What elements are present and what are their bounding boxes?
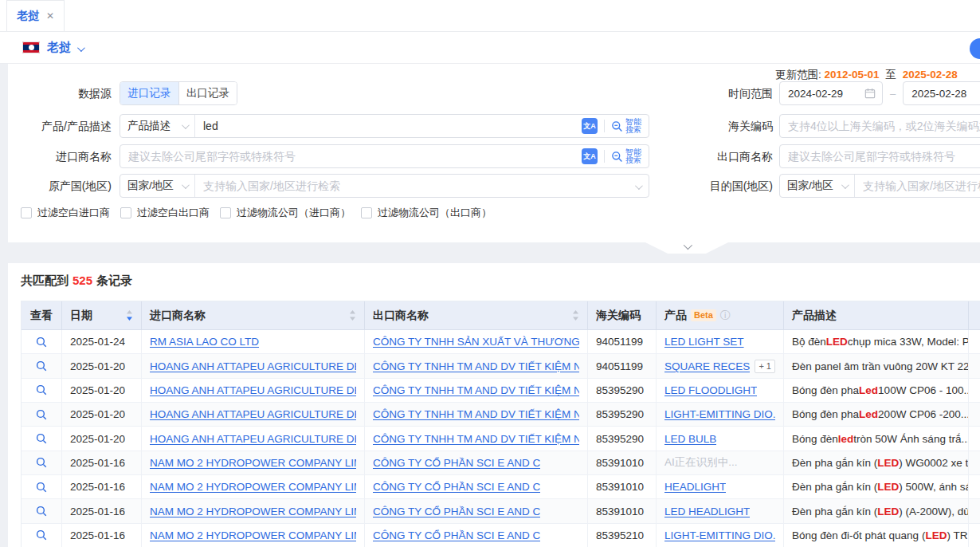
view-record-button[interactable]: [22, 499, 62, 523]
sort-icons-active-desc[interactable]: [126, 309, 133, 321]
start-date-input[interactable]: [780, 88, 864, 100]
product-link[interactable]: LIGHT-EMITTING DIO...: [664, 529, 775, 541]
translate-icon[interactable]: 文A: [582, 148, 598, 164]
view-record-button[interactable]: [22, 427, 62, 451]
chevron-down-icon[interactable]: [77, 41, 83, 55]
importer-name-link[interactable]: NAM MO 2 HYDROPOWER COMPANY LIMI...: [150, 529, 356, 541]
extra-cell: [969, 354, 980, 378]
view-record-button[interactable]: [22, 403, 62, 427]
close-tab-icon[interactable]: ✕: [46, 10, 54, 22]
exporter-name-field: [779, 144, 980, 168]
exporter-cell: CÔNG TY TNHH TM AND DV TIẾT KIỆM NĂ...: [365, 403, 588, 427]
import-records-tab[interactable]: 进口记录: [120, 82, 178, 104]
importer-name-link[interactable]: NAM MO 2 HYDROPOWER COMPANY LIMI...: [150, 506, 356, 517]
view-record-button[interactable]: [22, 524, 62, 547]
sort-icons[interactable]: [349, 309, 356, 321]
keyword-highlight: LED: [877, 506, 899, 517]
collapse-filters-button[interactable]: [645, 242, 728, 254]
exporter-cell: CÔNG TY CỔ PHẦN SCI E AND C: [365, 524, 588, 547]
exporter-cell: CÔNG TY CỔ PHẦN SCI E AND C: [365, 475, 588, 499]
exporter-label: 出口商名称: [661, 144, 773, 168]
view-record-button[interactable]: [22, 330, 62, 354]
checkbox-icon[interactable]: [21, 207, 32, 218]
importer-name-link[interactable]: HOANG ANH ATTAPEU AGRICULTURE DEVE...: [150, 408, 356, 420]
search-icon: [611, 151, 623, 163]
exporter-name-link[interactable]: CÔNG TY CỔ PHẦN SCI E AND C: [373, 506, 540, 517]
description-text: Bóng đèn: [792, 433, 838, 445]
importer-cell: NAM MO 2 HYDROPOWER COMPANY LIMI...: [142, 499, 365, 523]
record-count: 525: [73, 274, 92, 287]
chevron-down-icon: [182, 121, 190, 129]
exporter-name-link[interactable]: CÔNG TY TNHH SẢN XUẤT VÀ THƯƠNG M...: [373, 336, 579, 348]
info-icon[interactable]: ⓘ: [720, 309, 731, 323]
keyword-highlight: Led: [859, 408, 878, 420]
checkbox-logistics-exporter[interactable]: 过滤物流公司（出口商）: [361, 206, 492, 220]
exporter-name-link[interactable]: CÔNG TY TNHH TM AND DV TIẾT KIỆM NĂ...: [373, 433, 579, 445]
smart-search-button[interactable]: 智能搜索: [611, 118, 641, 134]
product-label: 产品/产品描述: [8, 114, 112, 138]
checkbox-logistics-importer[interactable]: 过滤物流公司（进口商）: [220, 206, 351, 220]
product-link[interactable]: SQUARE RECESS...: [664, 360, 750, 372]
product-search-input[interactable]: [195, 120, 582, 132]
more-products-badge[interactable]: + 1: [755, 360, 775, 373]
hs-code-input[interactable]: [780, 120, 980, 132]
product-link[interactable]: LED BULB: [664, 433, 716, 445]
product-field-type-select[interactable]: 产品描述: [120, 115, 195, 137]
importer-name-link[interactable]: RM ASIA LAO CO LTD: [150, 336, 259, 348]
product-link[interactable]: LIGHT-EMITTING DIO...: [664, 408, 775, 420]
sort-icons[interactable]: [572, 309, 579, 321]
importer-name-link[interactable]: NAM MO 2 HYDROPOWER COMPANY LIMI...: [150, 481, 356, 493]
exporter-name-input[interactable]: [780, 150, 980, 163]
exporter-name-link[interactable]: CÔNG TY TNHH TM AND DV TIẾT KIỆM NĂ...: [373, 384, 579, 396]
checkbox-blank-importer[interactable]: 过滤空白进口商: [21, 206, 110, 220]
destination-country-select[interactable]: 国家/地区: [780, 175, 855, 197]
view-record-button[interactable]: [22, 475, 62, 499]
country-header-bar: 老挝: [0, 32, 980, 64]
product-link[interactable]: HEADLIGHT: [664, 481, 726, 493]
description-text: Bóng đèn pha: [792, 408, 859, 420]
importer-name-link[interactable]: HOANG ANH ATTAPEU AGRICULTURE DEVE...: [150, 433, 356, 445]
view-record-button[interactable]: [22, 451, 62, 475]
ai-recognizing-text: AI正在识别中...: [664, 455, 738, 470]
exporter-cell: CÔNG TY TNHH TM AND DV TIẾT KIỆM NĂ...: [365, 379, 588, 403]
exporter-name-link[interactable]: CÔNG TY CỔ PHẦN SCI E AND C: [373, 529, 540, 541]
exporter-name-link[interactable]: CÔNG TY CỔ PHẦN SCI E AND C: [373, 481, 540, 493]
checkbox-icon[interactable]: [361, 207, 372, 218]
product-link[interactable]: LED FLOODLIGHT: [664, 384, 757, 396]
smart-search-button[interactable]: 智能搜索: [611, 148, 641, 164]
exporter-name-link[interactable]: CÔNG TY CỔ PHẦN SCI E AND C: [373, 457, 540, 469]
destination-country-group: 国家/地区: [779, 174, 980, 198]
end-date-picker[interactable]: [903, 81, 980, 105]
table-header: 查看 日期 进口商名称 出口商名称 海关编码 产品Betaⓘ 产品描述: [22, 301, 980, 330]
export-records-tab[interactable]: 出口记录: [178, 82, 237, 104]
description-text: Đèn panel âm trần vuông 20W KT 22...: [792, 360, 969, 372]
exporter-name-link[interactable]: CÔNG TY TNHH TM AND DV TIẾT KIỆM NĂ...: [373, 360, 579, 372]
product-link[interactable]: LED HEADLIGHT: [664, 506, 750, 517]
exporter-name-link[interactable]: CÔNG TY TNHH TM AND DV TIẾT KIỆM NĂ...: [373, 408, 579, 420]
importer-name-input[interactable]: [120, 150, 582, 163]
checkbox-icon[interactable]: [220, 207, 231, 218]
checkbox-blank-exporter[interactable]: 过滤空白出口商: [120, 206, 210, 220]
view-record-button[interactable]: [22, 379, 62, 403]
importer-name-link[interactable]: HOANG ANH ATTAPEU AGRICULTURE DEVE...: [150, 384, 356, 396]
destination-country-input[interactable]: [855, 179, 980, 192]
importer-name-link[interactable]: HOANG ANH ATTAPEU AGRICULTURE DEVE...: [150, 360, 356, 372]
checkbox-icon[interactable]: [120, 207, 131, 218]
hs-code: 94051199: [588, 330, 657, 354]
translate-icon[interactable]: 文A: [582, 118, 598, 134]
record-date: 2025-01-20: [62, 427, 142, 451]
country-tab-laos[interactable]: 老挝 ✕: [6, 0, 65, 31]
importer-name-link[interactable]: NAM MO 2 HYDROPOWER COMPANY LIMI...: [150, 457, 356, 469]
col-header-date[interactable]: 日期: [62, 301, 142, 330]
col-header-exporter[interactable]: 出口商名称: [365, 301, 588, 330]
product-link[interactable]: LED LIGHT SET: [664, 336, 744, 348]
origin-country-input[interactable]: [195, 179, 635, 192]
end-date-input[interactable]: [904, 88, 980, 100]
origin-country-select[interactable]: 国家/地区: [120, 175, 195, 197]
hs-code: 85395290: [588, 403, 657, 427]
start-date-picker[interactable]: [779, 81, 883, 105]
exporter-cell: CÔNG TY CỔ PHẦN SCI E AND C: [365, 499, 588, 523]
col-header-importer[interactable]: 进口商名称: [142, 301, 365, 330]
importer-cell: HOANG ANH ATTAPEU AGRICULTURE DEVE...: [142, 379, 365, 403]
view-record-button[interactable]: [22, 354, 62, 378]
